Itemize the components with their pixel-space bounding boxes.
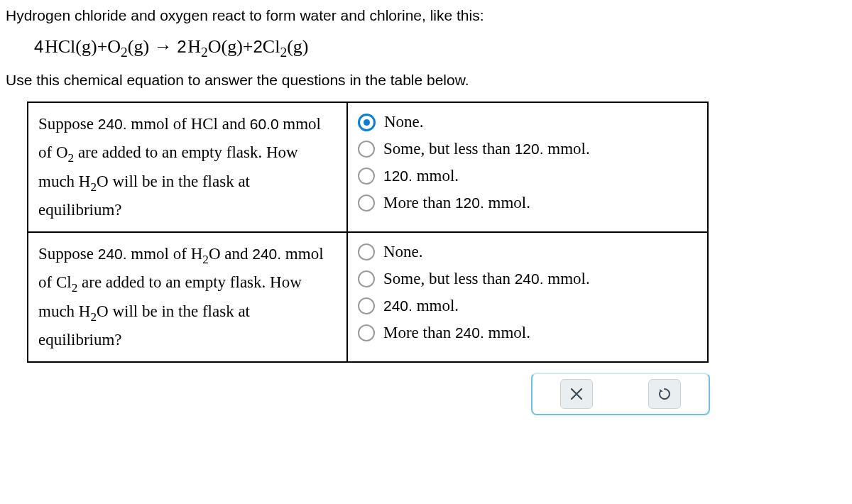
option[interactable]: Some, but less than 240. mmol. (358, 270, 697, 288)
answer-cell-1: None. Some, but less than 120. mmol. 120… (347, 102, 708, 232)
option-label: 120. mmol. (383, 167, 459, 185)
table-row: Suppose 240. mmol of H2O and 240. mmol o… (28, 232, 708, 362)
option[interactable]: Some, but less than 120. mmol. (358, 140, 697, 158)
radio-icon (358, 141, 375, 158)
option-label: 240. mmol. (383, 297, 459, 315)
question-table: Suppose 240. mmol of HCl and 60.0 mmol o… (27, 102, 709, 363)
option[interactable]: 120. mmol. (358, 167, 697, 185)
option-label: Some, but less than 240. mmol. (383, 270, 590, 288)
action-toolbar (531, 373, 710, 415)
option[interactable]: More than 120. mmol. (358, 194, 697, 212)
reset-icon (657, 387, 672, 401)
close-icon (570, 388, 583, 400)
option-label: Some, but less than 120. mmol. (383, 140, 590, 158)
table-row: Suppose 240. mmol of HCl and 60.0 mmol o… (28, 102, 708, 232)
close-button[interactable] (560, 379, 593, 409)
option-label: More than 120. mmol. (383, 194, 530, 212)
intro-text: Hydrogen chloride and oxygen react to fo… (6, 7, 845, 24)
option[interactable]: More than 240. mmol. (358, 324, 697, 342)
question-cell-2: Suppose 240. mmol of H2O and 240. mmol o… (28, 232, 347, 362)
option-label: None. (384, 113, 424, 131)
radio-icon (358, 195, 375, 212)
option[interactable]: None. (358, 113, 697, 131)
instruction-block: Use this chemical equation to answer the… (6, 72, 845, 89)
radio-icon (358, 243, 375, 261)
answer-cell-2: None. Some, but less than 240. mmol. 240… (347, 232, 708, 362)
radio-icon (358, 168, 375, 185)
option-label: More than 240. mmol. (383, 324, 530, 342)
option[interactable]: None. (358, 243, 697, 261)
option-label: None. (383, 243, 423, 261)
radio-icon (358, 270, 375, 287)
radio-icon (358, 114, 376, 131)
reset-button[interactable] (648, 379, 681, 409)
instruction-text: Use this chemical equation to answer the… (6, 72, 845, 89)
radio-icon (358, 297, 375, 314)
question-cell-1: Suppose 240. mmol of HCl and 60.0 mmol o… (28, 102, 347, 232)
chemical-equation: 4 HCl(g)+O2(g) → 2 H2O(g)+2Cl2(g) (34, 35, 845, 57)
radio-icon (358, 324, 375, 341)
option[interactable]: 240. mmol. (358, 297, 697, 315)
intro-block: Hydrogen chloride and oxygen react to fo… (6, 7, 845, 24)
